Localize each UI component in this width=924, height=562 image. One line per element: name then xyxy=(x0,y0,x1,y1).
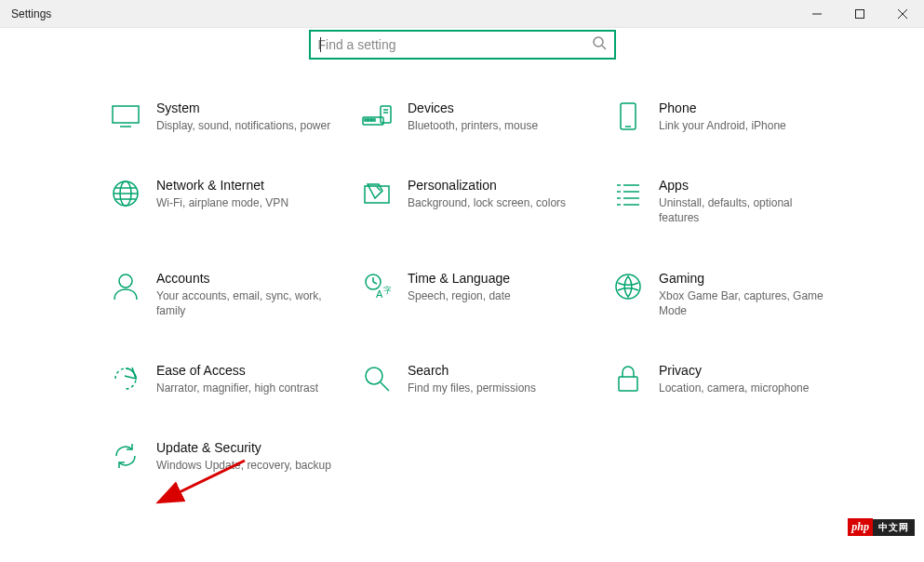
category-title: Apps xyxy=(659,178,836,193)
text-caret xyxy=(320,37,321,52)
category-title: Ease of Access xyxy=(156,363,318,378)
category-update-security[interactable]: Update & Security Windows Update, recove… xyxy=(110,440,361,473)
category-ease-of-access[interactable]: Ease of Access Narrator, magnifier, high… xyxy=(110,363,361,395)
globe-icon xyxy=(110,178,141,209)
svg-rect-22 xyxy=(365,186,389,203)
phone-icon xyxy=(612,100,644,132)
category-text: Time & Language Speech, region, date xyxy=(408,271,511,303)
category-text: Devices Bluetooth, printers, mouse xyxy=(408,100,538,133)
category-desc: Your accounts, email, sync, work, family xyxy=(156,288,333,318)
category-desc: Link your Android, iPhone xyxy=(659,118,786,133)
category-text: Phone Link your Android, iPhone xyxy=(659,100,786,133)
category-desc: Windows Update, recovery, backup xyxy=(156,458,331,473)
svg-line-35 xyxy=(373,282,377,284)
window-title: Settings xyxy=(0,7,51,20)
svg-point-32 xyxy=(119,274,132,288)
category-time-language[interactable]: A字 Time & Language Speech, region, date xyxy=(361,271,612,318)
lock-icon xyxy=(612,363,644,395)
titlebar: Settings xyxy=(0,0,924,28)
search-box[interactable] xyxy=(309,30,616,60)
svg-rect-9 xyxy=(365,119,368,121)
svg-rect-12 xyxy=(381,106,391,123)
personalization-icon xyxy=(361,178,393,209)
category-desc: Location, camera, microphone xyxy=(659,381,809,395)
svg-line-40 xyxy=(381,382,389,391)
category-desc: Wi-Fi, airplane mode, VPN xyxy=(156,195,288,210)
category-accounts[interactable]: Accounts Your accounts, email, sync, wor… xyxy=(110,271,361,318)
watermark-left: php xyxy=(848,518,873,536)
search-category-icon xyxy=(361,363,393,395)
category-desc: Background, lock screen, colors xyxy=(408,195,566,210)
close-button[interactable] xyxy=(881,0,924,28)
category-title: System xyxy=(156,100,330,115)
maximize-icon xyxy=(855,9,864,19)
svg-rect-11 xyxy=(372,119,375,121)
category-text: Ease of Access Narrator, magnifier, high… xyxy=(156,363,318,395)
category-search[interactable]: Search Find my files, permissions xyxy=(361,363,612,395)
search-icon xyxy=(592,35,607,54)
category-gaming[interactable]: Gaming Xbox Game Bar, captures, Game Mod… xyxy=(612,271,864,318)
category-devices[interactable]: Devices Bluetooth, printers, mouse xyxy=(361,100,612,133)
svg-point-38 xyxy=(616,274,640,299)
category-network[interactable]: Network & Internet Wi-Fi, airplane mode,… xyxy=(110,178,361,225)
watermark-right: 中文网 xyxy=(873,519,915,536)
category-text: Gaming Xbox Game Bar, captures, Game Mod… xyxy=(659,271,836,318)
category-system[interactable]: System Display, sound, notifications, po… xyxy=(110,100,361,133)
category-title: Privacy xyxy=(659,363,809,378)
watermark: php 中文网 xyxy=(848,518,915,536)
category-apps[interactable]: Apps Uninstall, defaults, optional featu… xyxy=(612,178,864,225)
category-text: Personalization Background, lock screen,… xyxy=(408,178,566,210)
svg-text:A: A xyxy=(376,288,383,300)
category-desc: Display, sound, notifications, power xyxy=(156,118,330,133)
category-personalization[interactable]: Personalization Background, lock screen,… xyxy=(361,178,612,225)
category-title: Personalization xyxy=(408,178,566,193)
category-desc: Narrator, magnifier, high contrast xyxy=(156,381,318,395)
svg-rect-1 xyxy=(856,9,864,18)
svg-rect-10 xyxy=(368,119,371,121)
apps-icon xyxy=(612,178,644,209)
svg-rect-6 xyxy=(113,106,139,123)
category-desc: Bluetooth, printers, mouse xyxy=(408,118,538,133)
category-title: Update & Security xyxy=(156,440,331,455)
category-grid: System Display, sound, notifications, po… xyxy=(0,100,924,473)
svg-line-5 xyxy=(602,46,606,49)
svg-rect-41 xyxy=(619,377,637,391)
system-icon xyxy=(110,100,141,132)
content: System Display, sound, notifications, po… xyxy=(0,30,924,491)
svg-point-4 xyxy=(594,37,603,47)
category-title: Network & Internet xyxy=(156,178,288,193)
category-desc: Uninstall, defaults, optional features xyxy=(659,195,836,225)
category-text: Search Find my files, permissions xyxy=(408,363,536,395)
ease-icon xyxy=(110,363,141,395)
minimize-button[interactable] xyxy=(796,0,838,28)
category-title: Time & Language xyxy=(408,271,511,286)
category-text: Accounts Your accounts, email, sync, wor… xyxy=(156,271,333,318)
accounts-icon xyxy=(110,271,141,302)
category-text: System Display, sound, notifications, po… xyxy=(156,100,330,133)
category-title: Search xyxy=(408,363,536,378)
window-controls xyxy=(796,0,924,28)
time-language-icon: A字 xyxy=(361,271,393,302)
gaming-icon xyxy=(612,271,644,302)
svg-text:字: 字 xyxy=(383,286,391,295)
category-desc: Find my files, permissions xyxy=(408,381,536,395)
category-text: Update & Security Windows Update, recove… xyxy=(156,440,331,473)
category-text: Privacy Location, camera, microphone xyxy=(659,363,809,395)
minimize-icon xyxy=(812,9,822,19)
category-title: Gaming xyxy=(659,271,836,286)
search-row xyxy=(0,30,924,60)
category-title: Accounts xyxy=(156,271,333,286)
devices-icon xyxy=(361,100,393,132)
category-desc: Speech, region, date xyxy=(408,288,511,303)
close-icon xyxy=(898,9,907,19)
category-phone[interactable]: Phone Link your Android, iPhone xyxy=(612,100,864,133)
category-title: Devices xyxy=(408,100,538,115)
search-input[interactable] xyxy=(318,37,607,52)
category-text: Apps Uninstall, defaults, optional featu… xyxy=(659,178,836,225)
svg-point-39 xyxy=(366,368,382,384)
category-privacy[interactable]: Privacy Location, camera, microphone xyxy=(612,363,864,395)
maximize-button[interactable] xyxy=(838,0,881,28)
category-desc: Xbox Game Bar, captures, Game Mode xyxy=(659,288,836,318)
category-text: Network & Internet Wi-Fi, airplane mode,… xyxy=(156,178,288,210)
category-title: Phone xyxy=(659,100,786,115)
